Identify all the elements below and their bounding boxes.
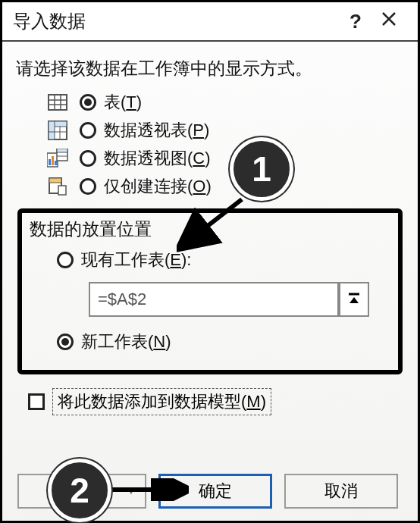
- svg-rect-13: [49, 159, 51, 165]
- option-pivot-table-label: 数据透视表(P): [104, 119, 209, 142]
- close-icon: [381, 11, 396, 27]
- import-data-dialog: 导入数据 ? 请选择该数据在工作簿中的显示方式。 表(T): [0, 0, 420, 523]
- svg-line-25: [187, 199, 242, 242]
- annotation-badge-2: 2: [48, 459, 111, 522]
- option-pivot-chart-label: 数据透视图(C): [104, 147, 211, 170]
- data-model-label: 将此数据添加到数据模型(M): [52, 388, 271, 415]
- data-model-row[interactable]: 将此数据添加到数据模型(M): [28, 388, 404, 415]
- option-pivot-table[interactable]: 数据透视表(P): [46, 119, 404, 142]
- pivot-table-icon: [46, 119, 69, 142]
- table-icon: [46, 91, 69, 114]
- cell-reference-row: [89, 282, 369, 317]
- svg-rect-21: [58, 186, 66, 195]
- svg-rect-2: [49, 95, 67, 110]
- svg-rect-17: [57, 149, 67, 152]
- svg-rect-9: [49, 121, 55, 139]
- radio-pivot-chart[interactable]: [80, 150, 96, 167]
- cancel-button[interactable]: 取消: [284, 474, 398, 509]
- collapse-icon: [347, 292, 361, 307]
- option-table-label: 表(T): [104, 91, 142, 114]
- option-new-sheet-label: 新工作表(N): [81, 330, 171, 353]
- radio-connection-only[interactable]: [80, 178, 96, 195]
- dialog-title: 导入数据: [13, 9, 340, 33]
- cancel-button-label: 取消: [324, 480, 358, 503]
- annotation-arrow-2: [105, 478, 189, 501]
- svg-rect-15: [55, 161, 57, 165]
- help-button[interactable]: ?: [340, 10, 371, 33]
- close-button[interactable]: [371, 11, 407, 31]
- collapse-dialog-button[interactable]: [339, 282, 369, 317]
- annotation-arrow-1: [177, 195, 252, 255]
- titlebar: 导入数据 ?: [2, 2, 418, 42]
- svg-rect-14: [52, 156, 54, 165]
- connection-icon: [46, 175, 69, 198]
- radio-existing-sheet[interactable]: [57, 252, 74, 268]
- svg-rect-20: [49, 178, 61, 183]
- display-prompt: 请选择该数据在工作簿中的显示方式。: [16, 57, 404, 80]
- option-pivot-chart[interactable]: 数据透视图(C): [46, 147, 404, 170]
- radio-new-sheet[interactable]: [57, 334, 74, 350]
- option-table[interactable]: 表(T): [46, 91, 404, 114]
- option-new-sheet[interactable]: 新工作表(N): [57, 330, 390, 353]
- annotation-badge-1: 1: [230, 137, 293, 201]
- pivot-chart-icon: [46, 147, 69, 170]
- cell-reference-input[interactable]: [89, 282, 339, 317]
- data-model-checkbox[interactable]: [28, 393, 45, 410]
- ok-button-label: 确定: [199, 480, 232, 503]
- radio-pivot-table[interactable]: [80, 122, 96, 139]
- option-existing-sheet-label: 现有工作表(E):: [81, 249, 191, 271]
- radio-table[interactable]: [80, 94, 96, 111]
- svg-marker-23: [349, 297, 359, 303]
